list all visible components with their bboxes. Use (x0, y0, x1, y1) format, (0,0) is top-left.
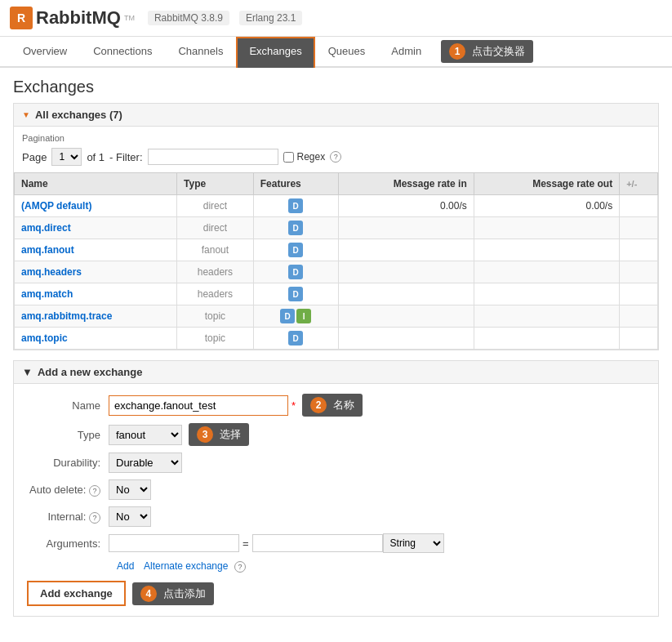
regex-label-text: Regex (297, 151, 326, 163)
exchange-name: amq.direct (15, 217, 177, 239)
nav-channels[interactable]: Channels (165, 37, 236, 68)
feature-badge-d: D (280, 309, 295, 323)
table-row: amq.matchheadersD (15, 283, 658, 305)
name-input[interactable] (109, 395, 288, 416)
exchange-name-link[interactable]: (AMQP default) (21, 200, 91, 212)
rabbitmq-version: RabbitMQ 3.8.9 (148, 11, 229, 25)
logo-tm: TM (124, 14, 135, 22)
add-argument-link[interactable]: Add (117, 560, 134, 572)
equals-sign: = (243, 537, 249, 550)
pagination-row: Page 1 of 1 - Filter: Regex ? (22, 148, 650, 166)
table-header-row: Name Type Features Message rate in Messa… (15, 173, 658, 195)
exchange-name-link[interactable]: amq.rabbitmq.trace (21, 310, 112, 322)
auto-delete-label: Auto delete: ? (27, 484, 109, 497)
exchange-name-link[interactable]: amq.direct (21, 222, 71, 234)
exchange-name-link[interactable]: amq.match (21, 288, 73, 300)
exchange-rate-out: 0.00/s (474, 195, 619, 217)
exchange-rate-out (474, 283, 619, 305)
type-label: Type (27, 429, 109, 441)
exchange-type: headers (177, 283, 254, 305)
internal-row: Internal: ? NoYes (27, 506, 645, 527)
regex-checkbox-label: Regex (283, 151, 326, 163)
exchange-name-link[interactable]: amq.topic (21, 332, 68, 344)
exchange-plus-minus (620, 261, 658, 283)
exchange-type: fanout (177, 239, 254, 261)
type-select[interactable]: directfanoutheaderstopicx-consistent-has… (109, 425, 182, 445)
nav-exchanges[interactable]: Exchanges (236, 37, 314, 68)
auto-delete-select[interactable]: NoYes (109, 479, 151, 500)
nav-admin[interactable]: Admin (378, 37, 434, 68)
exchange-name-link[interactable]: amq.headers (21, 266, 82, 278)
annotation-name-text: 名称 (333, 398, 354, 412)
exchange-type: direct (177, 217, 254, 239)
auto-delete-help-icon[interactable]: ? (89, 485, 100, 497)
table-row: amq.directdirectD (15, 217, 658, 239)
table-row: amq.rabbitmq.tracetopicDI (15, 305, 658, 328)
collapse-arrow: ▼ (22, 110, 30, 119)
nav-queues[interactable]: Queues (315, 37, 379, 68)
exchange-type: direct (177, 195, 254, 217)
annotation-number-3: 3 (197, 426, 213, 443)
main-nav: Overview Connections Channels Exchanges … (0, 37, 672, 68)
exchange-type: headers (177, 261, 254, 283)
durability-label: Durability: (27, 457, 109, 469)
exchange-rate-out (474, 217, 619, 239)
section-title: All exchanges (7) (35, 109, 122, 121)
exchange-name: amq.headers (15, 261, 177, 283)
col-plus-minus: +/- (620, 173, 658, 195)
arguments-label: Arguments: (27, 537, 109, 550)
header: R RabbitMQ TM RabbitMQ 3.8.9 Erlang 23.1 (0, 0, 672, 37)
exchange-name-link[interactable]: amq.fanout (21, 244, 74, 256)
type-row: Type directfanoutheaderstopicx-consisten… (27, 423, 645, 446)
exchanges-section-body: Pagination Page 1 of 1 - Filter: Regex ? (14, 127, 658, 350)
internal-help-icon[interactable]: ? (89, 512, 100, 524)
submit-row: Add exchange 4 点击添加 (27, 581, 645, 606)
of-label: of 1 (87, 151, 105, 163)
exchange-features: D (253, 261, 338, 283)
table-row: amq.topictopicD (15, 328, 658, 350)
exchanges-section-header[interactable]: ▼ All exchanges (7) (14, 104, 658, 127)
nav-annotation: 1 点击交换器 (441, 37, 533, 66)
add-exchange-header[interactable]: ▼ Add a new exchange (14, 361, 658, 384)
erlang-version: Erlang 23.1 (239, 11, 302, 25)
annotation-type-text: 选择 (220, 427, 241, 442)
table-row: amq.headersheadersD (15, 261, 658, 283)
alt-exchange-help-icon[interactable]: ? (234, 561, 246, 573)
auto-delete-row: Auto delete: ? NoYes (27, 479, 645, 500)
logo: R RabbitMQ TM (10, 7, 135, 29)
nav-connections[interactable]: Connections (80, 37, 165, 68)
durability-select[interactable]: DurableTransient (109, 453, 182, 473)
exchange-name: (AMQP default) (15, 195, 177, 217)
col-features: Features (253, 173, 338, 195)
arguments-key-input[interactable] (109, 534, 239, 552)
version-info: RabbitMQ 3.8.9 Erlang 23.1 (148, 11, 302, 25)
exchange-features: D (253, 239, 338, 261)
feature-badge-d: D (288, 198, 303, 213)
arguments-type-select[interactable]: StringNumberBooleanList (383, 533, 444, 553)
exchange-plus-minus (620, 305, 658, 328)
arguments-value-input[interactable] (252, 534, 383, 552)
annotation-type: 3 选择 (189, 423, 249, 446)
filter-input[interactable] (148, 149, 278, 165)
nav-overview[interactable]: Overview (10, 37, 80, 68)
pagination-area: Pagination Page 1 of 1 - Filter: Regex ? (14, 127, 658, 172)
alternate-exchange-link[interactable]: Alternate exchange (144, 560, 228, 572)
exchange-rate-in: 0.00/s (338, 195, 474, 217)
page-select[interactable]: 1 (51, 148, 82, 166)
exchange-rate-in (338, 261, 474, 283)
filter-label: - Filter: (109, 151, 142, 163)
annotation-number-1: 1 (449, 43, 465, 60)
exchange-name: amq.match (15, 283, 177, 305)
name-annotation-wrapper: 2 名称 (302, 394, 363, 417)
add-exchange-button[interactable]: Add exchange (27, 581, 126, 606)
type-annotation-wrapper: 3 选择 (189, 423, 249, 446)
regex-checkbox[interactable] (283, 152, 294, 163)
exchange-rate-out (474, 239, 619, 261)
add-exchange-section: ▼ Add a new exchange Name * 2 名称 Type (13, 360, 659, 617)
regex-help-icon[interactable]: ? (330, 151, 341, 163)
internal-select[interactable]: NoYes (109, 506, 151, 527)
exchange-rate-in (338, 305, 474, 328)
feature-badge-d: D (288, 265, 303, 279)
annotation-submit: 4 点击添加 (132, 582, 214, 605)
name-label: Name (27, 399, 109, 412)
